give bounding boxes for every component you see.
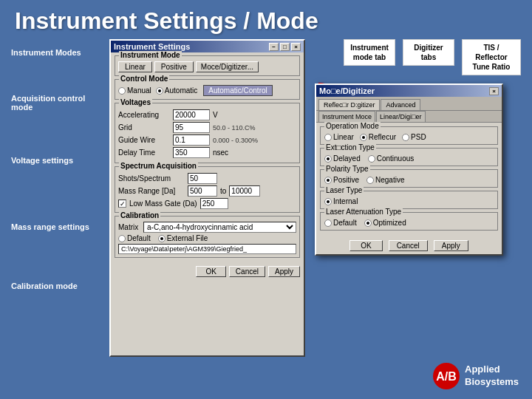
delayed-radio[interactable]: Delayed xyxy=(324,154,361,163)
dig-tab-linear[interactable]: Linear/Digi□er xyxy=(376,111,425,122)
accel-input[interactable] xyxy=(173,109,210,120)
optimized-atten-radio[interactable]: Optimized xyxy=(364,219,406,227)
extract-radios: Delayed Continuous xyxy=(324,150,494,163)
grid-label: Grid xyxy=(118,123,170,132)
dig-tab-instrument[interactable]: Instrument Moce xyxy=(318,111,375,122)
label-calibration: Calibration mode xyxy=(11,282,103,290)
cancel-button[interactable]: Cancel xyxy=(229,266,265,277)
dig-tab-reflector[interactable]: Reflec□r D:gitizer xyxy=(318,99,380,110)
reflector-op-radio[interactable]: Reflecur xyxy=(360,133,396,141)
atten-radios: Default Optimized xyxy=(324,214,494,227)
psd-op-radio[interactable]: PSD xyxy=(402,133,426,141)
calibration-body: Matrix a-C,ano-4-hydroxycinnamic acid De… xyxy=(118,218,296,254)
mass-from-input[interactable] xyxy=(188,185,217,197)
dig-tab-advanced[interactable]: Advanced xyxy=(381,99,420,110)
calib-radios: Default External File xyxy=(118,234,296,242)
delay-label: Delay Time xyxy=(118,149,170,157)
instrument-settings-dialog: Instrument Settings − □ × Instrument Mod… xyxy=(109,39,305,357)
auto-control-button[interactable]: Automatic/Control xyxy=(203,85,272,96)
instrument-mode-label: Instrument Mode xyxy=(119,51,182,59)
max-button[interactable]: □ xyxy=(280,43,290,51)
guide-input[interactable] xyxy=(173,134,210,146)
svg-text:A/B: A/B xyxy=(436,370,457,383)
spectrum-label: Spectrum Acquisition xyxy=(119,162,198,170)
matrix-select[interactable]: a-C,ano-4-hydroxycinnamic acid xyxy=(143,222,296,233)
mass-to-input[interactable] xyxy=(229,185,260,197)
apply-button[interactable]: Apply xyxy=(268,266,300,277)
mass-range-label: Mass Range [Da] xyxy=(118,187,185,195)
linear-op-radio[interactable]: Linear xyxy=(324,133,354,141)
mode-buttons: Linear Positive Moce/Digitizer... xyxy=(118,58,296,72)
internal-laser-radio[interactable]: Internal xyxy=(324,197,358,205)
dig-cancel-button[interactable]: Cancel xyxy=(389,240,428,251)
manual-radio[interactable]: Manual xyxy=(118,86,151,95)
voltages-section: Voltages Accelerating V Grid 50.0 - 11 xyxy=(115,103,300,163)
low-mass-checkbox[interactable]: ✓ xyxy=(118,200,126,208)
grid-input[interactable] xyxy=(173,122,210,133)
mode-digitizer-button[interactable]: Moce/Digitizer... xyxy=(196,61,259,72)
page-title: Instrument Settings / Mode xyxy=(0,0,532,39)
positive-pol-radio[interactable]: Positive xyxy=(324,176,359,184)
op-mode-radios: Linear Reflecur PSD xyxy=(324,129,494,141)
op-mode-label: Operation Mode xyxy=(324,122,381,130)
laser-label: Laser Type xyxy=(324,186,364,194)
calib-path: C:\Voyage\Data\peterj\AGM399\Giegfried_ xyxy=(118,244,296,254)
dig-body: Operation Mode Linear Reflecur xyxy=(316,123,502,237)
label-voltage: Voltage settings xyxy=(11,156,103,165)
low-mass-label: Low Mass Gate (Da) xyxy=(129,200,197,208)
dig-close-btn[interactable]: × xyxy=(489,87,499,95)
laser-radios: Internal xyxy=(324,193,494,205)
dig-tabs: Reflec□r D:gitizer Advanced xyxy=(316,97,502,111)
ab-logo-icon: A/B xyxy=(432,362,460,390)
close-button[interactable]: × xyxy=(291,43,301,51)
dialog-title: Instrument Settings xyxy=(114,42,190,51)
shots-input[interactable] xyxy=(188,173,217,184)
digitizer-tabs-annotation: Digitizer tabs xyxy=(403,39,454,66)
low-mass-row: ✓ Low Mass Gate (Da) xyxy=(118,198,296,209)
titlebar-btns: − □ × xyxy=(269,43,301,51)
label-instrument-modes: Instrument Modes xyxy=(11,48,103,57)
default-radio[interactable]: Default xyxy=(118,234,151,242)
matrix-label: Matrix xyxy=(118,223,140,231)
control-mode-label: Control Mode xyxy=(119,75,169,83)
logo-line2: Biosystems xyxy=(465,376,519,389)
voltages-grid: Accelerating V Grid 50.0 - 110.C% Gu xyxy=(118,105,296,158)
dig-ok-button[interactable]: OK xyxy=(349,240,382,251)
automatic-radio[interactable]: Automatic xyxy=(156,86,197,95)
dialog-footer: OK Cancel Apply xyxy=(111,264,304,279)
calibration-section: Calibration Matrix a-C,ano-4-hydroxycinn… xyxy=(115,216,300,258)
shots-row: Shots/Spectrum xyxy=(118,173,296,184)
manual-radio-circle xyxy=(118,87,126,95)
dialog-body: Instrument Mode Linear Positive Moce/Dig… xyxy=(111,52,304,264)
extract-label: Ext□ction Type xyxy=(324,143,376,151)
grid-row: Grid 50.0 - 110.C% xyxy=(118,122,296,133)
laser-atten-label: Laser Attenuation Type xyxy=(324,208,403,216)
laser-section: Laser Type Internal xyxy=(320,191,498,209)
dig-title: Mo□e/Digitizer xyxy=(319,86,375,95)
mass-range-row: Mass Range [Da] to xyxy=(118,185,296,197)
content-row: Instrument Modes Acquisition control mod… xyxy=(0,39,532,357)
left-labels: Instrument Modes Acquisition control mod… xyxy=(11,39,103,357)
spectrum-section: Spectrum Acquisition Shots/Spectrum Mass… xyxy=(115,166,300,213)
dig-apply-button[interactable]: Apply xyxy=(434,240,468,251)
linear-button[interactable]: Linear xyxy=(118,61,152,72)
external-radio[interactable]: External File xyxy=(158,234,208,242)
operation-mode-section: Operation Mode Linear Reflecur xyxy=(320,126,498,145)
shots-label: Shots/Spectrum xyxy=(118,174,185,183)
positive-button[interactable]: Positive xyxy=(154,61,194,72)
default-atten-radio[interactable]: Default xyxy=(324,219,357,227)
control-mode-section: Control Mode Manual Automatic Autom xyxy=(115,79,300,100)
control-mode-row: Manual Automatic Automatic/Control xyxy=(118,81,296,96)
external-label: External File xyxy=(167,234,208,242)
guide-row: Guide Wire 0.000 - 0.300% xyxy=(118,134,296,146)
ok-button[interactable]: OK xyxy=(196,266,225,277)
low-mass-input[interactable] xyxy=(200,198,228,209)
voltages-label: Voltages xyxy=(119,98,152,106)
delay-input[interactable] xyxy=(173,147,210,158)
delay-unit: nsec xyxy=(213,149,228,157)
logo-area: A/B Applied Biosystems xyxy=(432,362,519,390)
min-button[interactable]: − xyxy=(269,43,279,51)
continuous-radio[interactable]: Continuous xyxy=(368,154,415,163)
negative-pol-radio[interactable]: Negative xyxy=(366,176,404,184)
accel-row: Accelerating V xyxy=(118,109,296,120)
